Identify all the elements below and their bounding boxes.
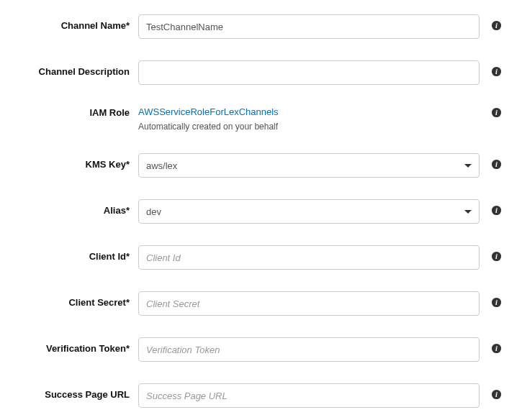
svg-text:i: i [495,160,498,168]
info-icon[interactable]: i [491,297,502,308]
row-client-secret: Client Secret* i [18,291,504,316]
svg-text:i: i [495,109,498,117]
label-verification-token: Verification Token* [18,337,130,354]
info-icon[interactable]: i [491,251,502,262]
label-channel-name: Channel Name* [18,14,130,31]
label-client-id: Client Id* [18,245,130,262]
helper-iam-role: Automatically created on your behalf [138,122,480,132]
select-kms-key-value: aws/lex [146,160,177,171]
label-kms-key: KMS Key* [18,153,130,170]
input-channel-description[interactable] [138,60,480,85]
info-icon[interactable]: i [491,343,502,354]
select-kms-key[interactable]: aws/lex [138,153,480,178]
caret-down-icon [464,210,472,214]
caret-down-icon [464,164,472,168]
svg-text:i: i [495,298,498,306]
row-iam-role: IAM Role AWSServiceRoleForLexChannels Au… [18,106,504,132]
input-client-id[interactable] [138,245,480,270]
row-alias: Alias* dev i [18,199,504,224]
info-icon[interactable]: i [491,107,502,118]
label-success-page-url: Success Page URL [18,383,130,400]
input-client-secret[interactable] [138,291,480,316]
input-channel-name[interactable] [138,14,480,39]
link-iam-role[interactable]: AWSServiceRoleForLexChannels [138,106,279,117]
info-icon[interactable]: i [491,20,502,31]
row-kms-key: KMS Key* aws/lex i [18,153,504,178]
svg-text:i: i [495,391,498,398]
svg-text:i: i [495,22,498,29]
row-success-page-url: Success Page URL i [18,383,504,408]
info-icon[interactable]: i [491,159,502,170]
svg-text:i: i [495,252,498,260]
row-client-id: Client Id* i [18,245,504,270]
select-alias-value: dev [146,206,161,217]
svg-text:i: i [495,344,498,352]
input-success-page-url[interactable] [138,383,480,408]
svg-text:i: i [495,206,498,214]
label-iam-role: IAM Role [18,106,130,118]
select-alias[interactable]: dev [138,199,480,224]
info-icon[interactable]: i [491,389,502,400]
input-verification-token[interactable] [138,337,480,362]
row-verification-token: Verification Token* i [18,337,504,362]
row-channel-name: Channel Name* i [18,14,504,39]
label-client-secret: Client Secret* [18,291,130,308]
label-alias: Alias* [18,199,130,216]
row-channel-description: Channel Description i [18,60,504,85]
info-icon[interactable]: i [491,66,502,77]
label-channel-description: Channel Description [18,60,130,77]
info-icon[interactable]: i [491,205,502,216]
svg-text:i: i [495,68,498,76]
